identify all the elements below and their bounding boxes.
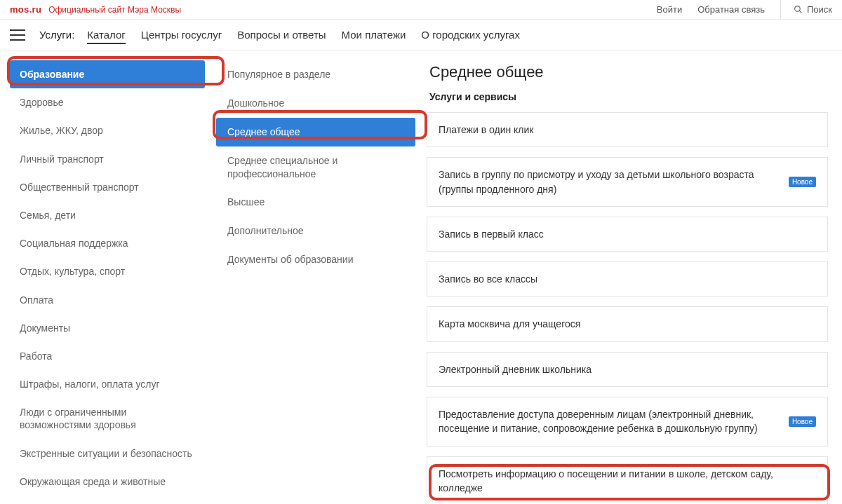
svg-point-0: [795, 6, 801, 12]
search-icon: [794, 5, 803, 14]
nav-tab[interactable]: Каталог: [87, 29, 126, 44]
category-item[interactable]: Отдых, культура, спорт: [10, 257, 205, 285]
service-list: Платежи в один кликЗапись в группу по пр…: [427, 112, 828, 504]
subcategory-item[interactable]: Высшее: [216, 188, 415, 217]
category-item[interactable]: Жилье, ЖКУ, двор: [10, 116, 205, 144]
service-label: Запись во все классы: [439, 272, 546, 286]
service-item[interactable]: Запись в первый класс: [427, 217, 828, 252]
top-bar: mos.ru Официальный сайт Мэра Москвы Войт…: [0, 0, 842, 20]
category-item[interactable]: Общественный транспорт: [10, 173, 205, 201]
category-item[interactable]: Здоровье: [10, 88, 205, 116]
category-item[interactable]: Документы: [10, 314, 205, 342]
category-list: ОбразованиеЗдоровьеЖилье, ЖКУ, дворЛичны…: [10, 60, 205, 504]
nav-label: Услуги:: [39, 29, 74, 41]
service-item[interactable]: Посмотреть информацию о посещении и пита…: [427, 456, 828, 504]
subcategory-item[interactable]: Популярное в разделе: [216, 60, 415, 89]
service-label: Предоставление доступа доверенным лицам …: [439, 407, 789, 436]
subcategory-item[interactable]: Среднее специальное и профессиональное: [216, 147, 415, 189]
new-badge: Новое: [789, 416, 816, 427]
svg-line-1: [799, 11, 801, 13]
category-item[interactable]: Оплата: [10, 286, 205, 314]
nav-tab[interactable]: Мои платежи: [342, 29, 406, 43]
nav-tab[interactable]: О городских услугах: [421, 29, 520, 43]
category-item[interactable]: Люди с ограниченными возможностями здоро…: [10, 398, 205, 439]
category-item[interactable]: Социальная поддержка: [10, 229, 205, 257]
category-item[interactable]: Образование: [10, 60, 205, 88]
category-item[interactable]: Личный транспорт: [10, 145, 205, 173]
service-item[interactable]: Карта москвича для учащегося: [427, 306, 828, 341]
login-link[interactable]: Войти: [657, 4, 682, 15]
subcategory-item[interactable]: Среднее общее: [216, 118, 415, 147]
category-item[interactable]: Экстренные ситуации и безопасность: [10, 440, 205, 468]
service-label: Запись в первый класс: [439, 227, 552, 241]
menu-icon[interactable]: [10, 29, 25, 41]
subcategory-item[interactable]: Дополнительное: [216, 217, 415, 245]
subcategory-item[interactable]: Документы об образовании: [216, 245, 415, 274]
feedback-link[interactable]: Обратная связь: [697, 4, 765, 15]
category-item[interactable]: Штрафы, налоги, оплата услуг: [10, 370, 205, 398]
service-label: Электронный дневник школьника: [439, 362, 600, 376]
new-badge: Новое: [789, 177, 816, 187]
service-label: Запись в группу по присмотру и уходу за …: [439, 168, 789, 196]
search-button[interactable]: Поиск: [780, 0, 832, 19]
nav-row: Услуги: КаталогЦентры госуслугВопросы и …: [0, 20, 842, 50]
service-item[interactable]: Предоставление доступа доверенным лицам …: [427, 397, 828, 447]
page-title: Среднее общее: [429, 63, 828, 81]
service-label: Карта москвича для учащегося: [439, 317, 589, 331]
site-tagline: Официальный сайт Мэра Москвы: [48, 5, 181, 15]
nav-tab[interactable]: Вопросы и ответы: [237, 29, 326, 43]
category-item[interactable]: Работа: [10, 342, 205, 370]
category-item[interactable]: Гражданская активность, волонтерство: [10, 496, 205, 504]
services-heading: Услуги и сервисы: [429, 91, 828, 102]
subcategory-list: Популярное в разделеДошкольноеСреднее об…: [216, 60, 415, 274]
search-label: Поиск: [807, 4, 832, 15]
subcategory-item[interactable]: Дошкольное: [216, 89, 415, 118]
service-item[interactable]: Электронный дневник школьника: [427, 352, 828, 387]
service-item[interactable]: Платежи в один клик: [427, 112, 828, 147]
nav-tab[interactable]: Центры госуслуг: [141, 29, 222, 43]
service-item[interactable]: Запись во все классы: [427, 261, 828, 297]
service-label: Посмотреть информацию о посещении и пита…: [439, 467, 816, 496]
category-item[interactable]: Семья, дети: [10, 201, 205, 229]
site-logo[interactable]: mos.ru: [10, 4, 41, 15]
service-item[interactable]: Запись в группу по присмотру и уходу за …: [427, 157, 828, 207]
service-label: Платежи в один клик: [439, 123, 542, 137]
category-item[interactable]: Окружающая среда и животные: [10, 468, 205, 496]
